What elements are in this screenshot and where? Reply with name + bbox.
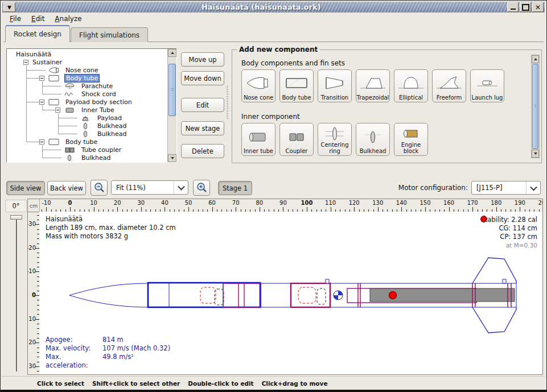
ruler-label: 160 — [443, 200, 454, 206]
statusbar: Click to selectShift+click to select oth… — [1, 376, 546, 390]
tree-item[interactable]: Haisunäätä — [7, 51, 168, 59]
bodytube-icon — [47, 138, 60, 146]
scroll-down-button[interactable] — [532, 150, 539, 158]
flight-stat-row: Apogee:814 m — [46, 336, 170, 344]
side-view-button[interactable]: Side view — [6, 181, 45, 195]
menu-item-file[interactable]: File — [5, 14, 26, 24]
delete-button[interactable]: Delete — [181, 144, 224, 158]
component-button-elliptical[interactable]: Elliptical — [394, 69, 428, 102]
new-stage-button[interactable]: New stage — [181, 121, 224, 135]
fin-top-shape — [472, 258, 516, 283]
zoom-level-value: Fit (11%) — [112, 184, 174, 192]
tree-expander-icon[interactable] — [55, 108, 60, 113]
tree-expander-icon[interactable] — [39, 76, 44, 81]
rotation-slider-track[interactable] — [16, 219, 17, 372]
zoom-level-select[interactable]: Fit (11%) — [111, 180, 188, 195]
ruler-label: 180 — [491, 200, 501, 206]
tree-item[interactable]: Bulkhead — [7, 122, 168, 130]
component-button-innertube[interactable]: Inner tube — [241, 123, 275, 156]
move-up-button[interactable]: Move up — [181, 52, 224, 67]
tree-item-label: Sustainer — [31, 59, 63, 66]
rocket-summary: HaisunäätäLength 189 cm, max. diameter 1… — [46, 215, 176, 241]
window-buttons: ✕ — [507, 2, 544, 12]
scroll-up-button[interactable] — [532, 55, 539, 63]
tree-item[interactable]: Sustainer — [7, 59, 168, 67]
close-icon: ✕ — [535, 4, 541, 11]
rocket-canvas[interactable]: HaisunäätäLength 189 cm, max. diameter 1… — [39, 212, 542, 374]
add-component-title: Add new component — [237, 46, 320, 53]
rotation-slider-handle[interactable] — [10, 215, 22, 220]
engineblock-icon — [397, 125, 425, 142]
component-button-freeform[interactable]: Freeform — [432, 69, 466, 102]
tree-item[interactable]: Body tube — [7, 75, 168, 82]
component-button-nosecone[interactable]: Nose cone — [241, 69, 275, 102]
component-button-engineblock[interactable]: Engine block — [394, 123, 428, 156]
cg-symbol — [334, 291, 343, 300]
mach-condition: at M=0.30 — [506, 241, 537, 250]
component-button-coupler[interactable]: Coupler — [279, 123, 314, 156]
tree-item[interactable]: Parachute — [7, 82, 168, 90]
close-button[interactable]: ✕ — [532, 2, 544, 12]
menu-item-analyze[interactable]: Analyze — [50, 14, 87, 24]
zoom-out-button[interactable] — [91, 180, 108, 196]
motor-configuration-label: Motor configuration: — [398, 184, 468, 192]
tab-rocket-design[interactable]: Rocket design — [5, 25, 70, 42]
tree-item[interactable]: Body tube — [7, 138, 168, 146]
tree-item-label: Shock cord — [80, 90, 117, 98]
inner-components-row: Inner tubeCouplerCentering ringBulkheadE… — [241, 123, 428, 156]
flight-stats: Apogee:814 mMax. velocity:107 m/s (Mach … — [46, 336, 170, 370]
tree-expander-icon[interactable] — [39, 100, 44, 105]
panel-scrollbar-thumb[interactable] — [532, 64, 538, 149]
tree-guide-line — [42, 158, 61, 158]
component-button-launchlug[interactable]: Launch lug — [470, 69, 504, 102]
tree-guide-line — [26, 102, 39, 102]
back-view-button[interactable]: Back view — [47, 181, 86, 195]
tree-expander-icon[interactable] — [23, 60, 28, 65]
component-button-bulkhead[interactable]: Bulkhead — [356, 123, 390, 156]
ruler-label: 110 — [325, 200, 336, 206]
splitter-grip[interactable] — [227, 86, 228, 120]
tree-item[interactable]: Inner Tube — [7, 106, 168, 114]
zoom-in-button[interactable] — [193, 180, 210, 196]
tree-scrollbar-thumb[interactable] — [168, 64, 176, 116]
tab-flight-simulations[interactable]: Flight simulations — [71, 27, 148, 42]
maximize-button[interactable] — [520, 2, 531, 12]
tree-item[interactable]: Payload — [7, 114, 168, 122]
minimize-button[interactable] — [507, 2, 519, 12]
statusbar-hint: Shift+click to select other — [92, 380, 180, 387]
motor-configuration-select[interactable]: [J115-P] — [471, 181, 541, 195]
titlebar[interactable]: ▼ Haisunäätä (haisunaata.ork) ✕ — [2, 2, 545, 13]
tree-scrollbar[interactable] — [167, 49, 176, 162]
move-down-button[interactable]: Move down — [181, 71, 224, 85]
tree-item[interactable]: Bulkhead — [7, 130, 168, 138]
ruler-tick — [70, 207, 71, 212]
window-menu-icon[interactable]: ▼ — [3, 2, 15, 12]
stage-1-toggle[interactable]: Stage 1 — [218, 181, 252, 195]
component-button-trapezoidal[interactable]: Trapezoidal — [356, 69, 390, 102]
cg-value: CG: 114 cm — [499, 224, 537, 233]
component-button-transition[interactable]: Transition — [318, 69, 352, 102]
tree-item[interactable]: Payload body section — [7, 98, 168, 106]
ruler-tick — [425, 207, 426, 212]
ruler-tick — [260, 207, 260, 212]
scroll-down-button[interactable] — [168, 154, 176, 162]
component-button-bodytube[interactable]: Body tube — [279, 69, 314, 102]
menu-item-edit[interactable]: Edit — [26, 14, 50, 24]
zoom-out-icon — [93, 181, 105, 195]
ruler-tick — [236, 207, 236, 212]
tree-item[interactable]: Nose cone — [7, 67, 168, 75]
rocket-view-panel: cm -100102030405060708090100110120130140… — [27, 199, 543, 375]
statusbar-hint: Click+drag to move — [262, 380, 328, 387]
component-button-label: Body tube — [282, 94, 311, 101]
tree-item[interactable]: Shock cord — [7, 90, 168, 98]
panel-scrollbar[interactable] — [531, 55, 540, 158]
ruler-label: -20 — [28, 245, 36, 251]
component-tree[interactable]: HaisunäätäSustainerNose coneBody tubePar… — [6, 48, 177, 163]
component-button-centeringring[interactable]: Centering ring — [318, 123, 352, 156]
ruler-label: 90 — [279, 200, 287, 206]
tree-item[interactable]: Bulkhead — [7, 154, 168, 162]
edit-button[interactable]: Edit — [181, 98, 224, 112]
tree-expander-icon[interactable] — [39, 139, 44, 145]
scroll-up-button[interactable] — [168, 49, 176, 57]
tree-item[interactable]: Tube coupler — [7, 146, 168, 154]
